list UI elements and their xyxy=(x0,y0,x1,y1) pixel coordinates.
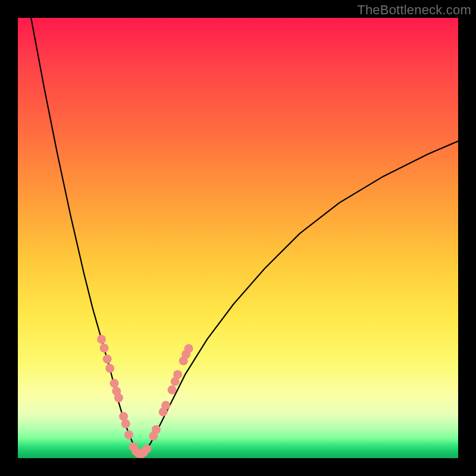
marker-dot xyxy=(105,364,114,373)
curve-left-branch xyxy=(31,18,140,454)
marker-dot xyxy=(142,444,151,453)
curve-right-branch xyxy=(142,141,458,453)
marker-dot xyxy=(124,430,133,439)
marker-dot xyxy=(168,386,177,394)
chart-frame: TheBottleneck.com xyxy=(0,0,476,476)
marker-dot xyxy=(103,355,112,364)
marker-dot xyxy=(161,401,170,410)
marker-dot xyxy=(110,379,119,388)
marker-dot xyxy=(173,370,182,379)
marker-dot xyxy=(97,335,106,344)
marker-cluster xyxy=(97,335,193,458)
curve-layer xyxy=(18,18,458,458)
watermark-text: TheBottleneck.com xyxy=(357,2,471,18)
marker-dot xyxy=(114,393,123,402)
marker-dot xyxy=(100,344,109,353)
marker-dot xyxy=(152,425,161,434)
marker-dot xyxy=(184,344,193,353)
plot-area xyxy=(18,18,458,458)
marker-dot xyxy=(121,419,130,428)
